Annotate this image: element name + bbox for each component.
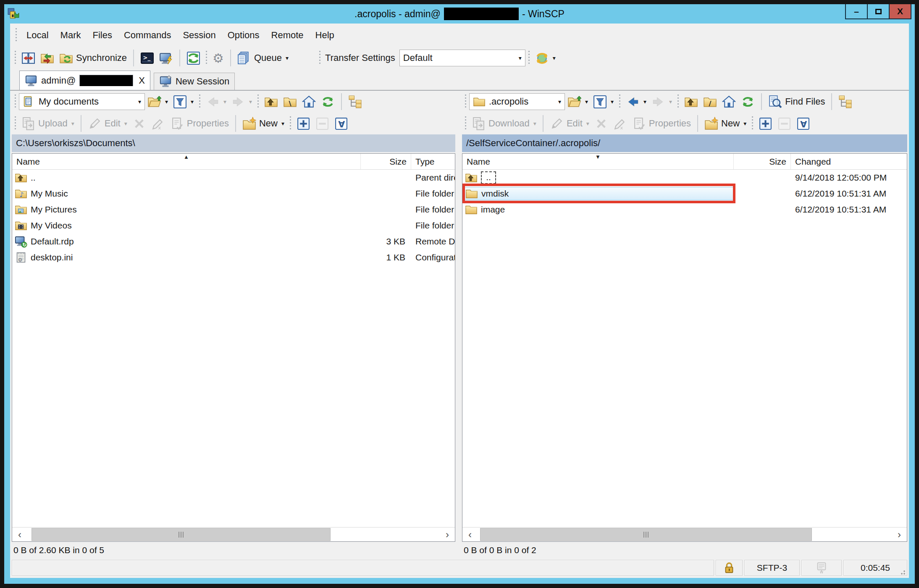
local-edit-button[interactable]: Edit ▾ (85, 116, 130, 132)
toolbar-grip[interactable] (15, 28, 18, 42)
download-button[interactable]: Download ▾ (469, 116, 539, 132)
local-properties-button[interactable]: Properties (168, 116, 231, 132)
refresh-session-button[interactable] (184, 50, 203, 66)
local-horizontal-scrollbar[interactable]: ‹ › (12, 527, 455, 541)
remote-tree-button[interactable] (836, 94, 855, 110)
toolbar-grip[interactable] (618, 94, 621, 109)
open-console-button[interactable] (138, 50, 157, 66)
local-back-button[interactable]: ▾ (203, 94, 229, 110)
toolbar-grip[interactable] (14, 94, 17, 109)
remote-horizontal-scrollbar[interactable]: ‹ › (462, 527, 907, 541)
local-directory-combo[interactable]: My documents ▾ (19, 93, 145, 110)
local-header-size[interactable]: Size (361, 154, 411, 169)
local-rename-button[interactable] (149, 116, 168, 132)
remote-select-mask-button[interactable] (794, 116, 813, 132)
local-new-button[interactable]: New ▾ (240, 116, 287, 132)
toolbar-grip[interactable] (14, 51, 17, 65)
transfer-settings-combo[interactable]: Default ▾ (399, 50, 525, 66)
title-bar[interactable]: .acropolis - admin@ - WinSCP – X (4, 4, 915, 24)
scroll-right-icon[interactable]: › (440, 528, 455, 541)
table-row[interactable]: .. Parent directory (12, 170, 455, 186)
remote-back-button[interactable]: ▾ (623, 94, 649, 110)
table-row[interactable]: desktop.ini 1 KB Configuration settings (12, 249, 455, 265)
toolbar-grip[interactable] (528, 51, 530, 65)
maximize-button[interactable] (867, 4, 890, 19)
local-parent-directory-button[interactable] (262, 94, 281, 110)
remote-directory-combo[interactable]: .acropolis ▾ (469, 93, 565, 110)
server-connection-cell[interactable] (801, 560, 842, 576)
scroll-right-icon[interactable]: › (892, 528, 907, 541)
scroll-left-icon[interactable]: ‹ (12, 528, 27, 541)
local-home-directory-button[interactable] (299, 94, 318, 110)
remote-header-changed[interactable]: Changed (791, 154, 907, 169)
menu-local[interactable]: Local (21, 27, 54, 43)
scroll-left-icon[interactable]: ‹ (462, 528, 478, 541)
table-row[interactable]: My Videos File folder (12, 218, 455, 234)
local-open-directory-button[interactable]: ▾ (145, 94, 171, 110)
scrollbar-thumb[interactable] (480, 528, 812, 541)
menu-mark[interactable]: Mark (55, 27, 86, 43)
panel-splitter[interactable] (455, 91, 462, 559)
table-row[interactable]: My Music File folder (12, 186, 455, 202)
table-row[interactable]: Default.rdp 3 KB Remote Desktop Connecti… (12, 234, 455, 249)
upload-button[interactable]: Upload ▾ (19, 116, 77, 132)
local-filter-button[interactable]: ▾ (171, 94, 196, 110)
local-forward-button[interactable]: ▾ (229, 94, 255, 110)
toolbar-grip[interactable] (289, 116, 292, 131)
menu-files[interactable]: Files (87, 27, 117, 43)
remote-refresh-button[interactable] (738, 94, 757, 110)
remote-parent-directory-button[interactable] (682, 94, 701, 110)
menu-help[interactable]: Help (310, 27, 339, 43)
local-select-button[interactable] (294, 116, 313, 132)
scrollbar-thumb[interactable] (32, 528, 331, 541)
close-tab-icon[interactable]: X (139, 75, 145, 86)
remote-open-directory-button[interactable]: ▾ (565, 94, 591, 110)
menu-remote[interactable]: Remote (266, 27, 309, 43)
session-tab-active[interactable]: admin@ X (19, 71, 150, 90)
table-row[interactable]: image 6/12/2019 10:51:31 AM (462, 202, 907, 218)
remote-select-button[interactable] (756, 116, 775, 132)
toolbar-grip[interactable] (14, 116, 17, 131)
local-tree-button[interactable] (346, 94, 365, 110)
local-header-type[interactable]: Type (411, 154, 455, 169)
toolbar-grip[interactable] (318, 51, 321, 65)
queue-button[interactable]: Queue ▾ (235, 50, 291, 66)
toolbar-grip[interactable] (464, 116, 467, 131)
open-in-putty-button[interactable] (157, 50, 176, 66)
remote-filter-button[interactable]: ▾ (591, 94, 616, 110)
protocol-cell[interactable]: SFTP-3 (744, 560, 800, 576)
toolbar-grip[interactable] (198, 94, 201, 109)
toolbar-grip[interactable] (677, 94, 680, 109)
synchronize-browsing-button[interactable] (38, 50, 57, 66)
toolbar-grip[interactable] (751, 116, 754, 131)
scrollbar-track[interactable] (478, 528, 892, 541)
local-unselect-button[interactable] (313, 116, 332, 132)
compare-directories-button[interactable] (19, 50, 38, 66)
local-delete-button[interactable] (130, 116, 149, 132)
local-root-directory-button[interactable] (281, 94, 299, 110)
remote-delete-button[interactable] (592, 116, 611, 132)
new-session-tab[interactable]: New Session (154, 73, 235, 90)
synchronize-button[interactable]: Synchronize (57, 50, 129, 66)
remote-header-name[interactable]: Name ▼ (462, 154, 734, 169)
explorer-sync-button[interactable]: ▾ (533, 50, 558, 66)
remote-header-size[interactable]: Size (734, 154, 791, 169)
menu-commands[interactable]: Commands (119, 27, 176, 43)
remote-properties-button[interactable]: Properties (630, 116, 693, 132)
remote-rename-button[interactable] (611, 116, 630, 132)
remote-forward-button[interactable]: ▾ (649, 94, 675, 110)
toolbar-grip[interactable] (464, 94, 467, 109)
local-refresh-button[interactable] (318, 94, 337, 110)
minimize-button[interactable]: – (845, 4, 868, 19)
remote-home-directory-button[interactable] (719, 94, 738, 110)
preferences-button[interactable]: ⚙ (210, 50, 226, 67)
toolbar-grip[interactable] (257, 94, 260, 109)
local-select-mask-button[interactable] (332, 116, 351, 132)
security-cell[interactable] (716, 560, 743, 576)
remote-new-button[interactable]: New ▾ (702, 116, 749, 132)
menu-session[interactable]: Session (178, 27, 221, 43)
table-row[interactable]: My Pictures File folder (12, 202, 455, 218)
remote-unselect-button[interactable] (775, 116, 794, 132)
remote-path-bar[interactable]: /SelfServiceContainer/.acropolis/ (462, 134, 907, 152)
close-button[interactable]: X (889, 4, 911, 19)
